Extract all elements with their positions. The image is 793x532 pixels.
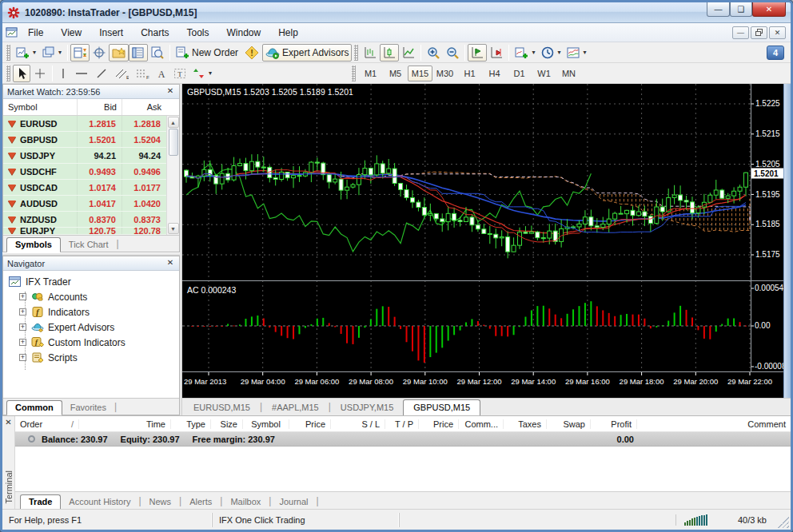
tree-root-ifx-trader[interactable]: IFX Trader (8, 274, 179, 289)
menu-view[interactable]: View (53, 26, 90, 40)
menu-charts[interactable]: Charts (133, 26, 177, 40)
column-size[interactable]: Size (211, 419, 243, 429)
menu-file[interactable]: File (20, 26, 51, 40)
menu-window[interactable]: Window (219, 26, 269, 40)
symbol-row-eurjpy[interactable]: EURJPY 120.75120.78 (3, 228, 166, 235)
tab-trade[interactable]: Trade (20, 494, 61, 510)
tab-favorites[interactable]: Favorites (62, 401, 114, 415)
column-price2[interactable]: Price (419, 419, 459, 429)
metaeditor-alert-button[interactable]: ! (241, 44, 262, 62)
navigator-toggle[interactable] (109, 44, 129, 62)
timeframe-w1[interactable]: W1 (532, 66, 556, 81)
symbol-row-usdcad[interactable]: USDCAD 1.01741.0177 (3, 180, 166, 196)
column-commission[interactable]: Comm... (459, 419, 504, 429)
balance-row[interactable]: Balance: 230.97 Equity: 230.97 Free marg… (15, 432, 791, 447)
cursor-button[interactable] (13, 65, 30, 82)
resize-grip[interactable] (778, 517, 789, 528)
tree-item-indicators[interactable]: + f Indicators (8, 304, 179, 320)
tree-item-custom-indicators[interactable]: + f Custom Indicators (8, 335, 179, 350)
auto-scroll-toggle[interactable] (468, 44, 487, 62)
symbol-row-audusd[interactable]: AUDUSD 1.04171.0420 (3, 196, 166, 212)
profiles-button[interactable]: ▾ (39, 44, 65, 62)
market-watch-close-icon[interactable]: ✕ (165, 87, 175, 97)
terminal-toggle[interactable] (129, 44, 148, 62)
timeframe-mn[interactable]: MN (556, 66, 581, 81)
tab-tick-chart[interactable]: Tick Chart (61, 238, 117, 252)
timeframe-h4[interactable]: H4 (482, 66, 507, 81)
indicators-button[interactable]: ▾ (512, 44, 538, 62)
menu-tools[interactable]: Tools (179, 26, 217, 40)
equidistant-channel-button[interactable]: E (111, 65, 132, 82)
column-time[interactable]: Time (79, 419, 171, 429)
line-chart-button[interactable] (399, 44, 418, 62)
periods-button[interactable]: ▾ (538, 44, 564, 62)
data-window-button[interactable] (90, 44, 109, 62)
expand-icon[interactable]: + (19, 308, 26, 316)
market-watch-scrollbar[interactable]: ▲ ▼ (166, 116, 179, 235)
toolbar-drag-handle[interactable] (6, 66, 10, 81)
bar-chart-button[interactable] (361, 44, 380, 62)
text-label-button[interactable]: T (170, 65, 189, 82)
tab-account-history[interactable]: Account History (61, 495, 138, 509)
new-chart-button[interactable]: ▾ (13, 44, 39, 62)
tree-item-expert-advisors[interactable]: + Expert Advisors (8, 320, 179, 335)
column-profit[interactable]: Profit (591, 419, 637, 429)
vertical-line-button[interactable] (55, 65, 71, 82)
column-tp[interactable]: T / P (385, 419, 419, 429)
expand-icon[interactable]: + (19, 293, 26, 300)
window-close-button[interactable]: ✕ (752, 2, 786, 17)
tab-journal[interactable]: Journal (271, 495, 316, 509)
timeframe-m30[interactable]: M30 (432, 66, 457, 81)
toolbar-drag-handle[interactable] (6, 45, 10, 61)
column-price[interactable]: Price (289, 419, 331, 429)
candlestick-chart-toggle[interactable] (380, 44, 399, 62)
window-maximize-button[interactable]: ❑ (730, 2, 752, 17)
symbol-row-usdjpy[interactable]: USDJPY 94.2194.24 (3, 148, 166, 164)
menu-help[interactable]: Help (270, 26, 306, 40)
navigator-close-icon[interactable]: ✕ (165, 259, 175, 268)
market-watch-toggle[interactable] (70, 44, 90, 62)
tab-symbols[interactable]: Symbols (6, 237, 61, 252)
column-comment[interactable]: Comment (637, 419, 791, 429)
timeframe-m1[interactable]: M1 (358, 66, 383, 81)
zoom-out-button[interactable] (443, 44, 462, 62)
column-header-symbol[interactable]: Symbol (3, 102, 77, 112)
column-order[interactable]: Order (20, 419, 42, 429)
window-minimize-button[interactable]: — (707, 2, 730, 17)
timeframe-m5[interactable]: M5 (383, 66, 408, 81)
column-symbol[interactable]: Symbol (243, 419, 289, 429)
tree-item-accounts[interactable]: + Accounts (8, 289, 179, 304)
toolbar-drag-handle[interactable] (354, 45, 358, 61)
symbol-row-usdchf[interactable]: USDCHF 0.94930.9496 (3, 164, 166, 180)
timeframe-d1[interactable]: D1 (507, 66, 532, 81)
chart-tab-usdjpy[interactable]: USDJPY,M15 (331, 400, 403, 415)
expert-advisors-toggle[interactable]: Expert Advisors (262, 44, 352, 62)
notifications-badge[interactable]: 4 (767, 46, 784, 60)
chart-close-button[interactable]: ✕ (769, 26, 786, 39)
column-header-ask[interactable]: Ask (122, 99, 166, 115)
expand-icon[interactable]: + (19, 339, 26, 346)
new-order-button[interactable]: New Order (173, 44, 241, 62)
column-header-bid[interactable]: Bid (77, 99, 122, 115)
timeframe-m15[interactable]: M15 (408, 66, 432, 81)
chart-tab-eurusd[interactable]: EURUSD,M15 (184, 400, 260, 415)
text-button[interactable]: A (153, 65, 170, 82)
templates-button[interactable]: ▾ (564, 44, 589, 62)
fibonacci-button[interactable]: F (132, 65, 153, 82)
tree-item-scripts[interactable]: + Scripts (8, 350, 179, 365)
chart-canvas[interactable]: 29 Mar 201329 Mar 04:0029 Mar 06:0029 Ma… (182, 84, 783, 398)
toolbar-drag-handle[interactable] (352, 66, 356, 81)
crosshair-button[interactable] (30, 65, 50, 82)
timeframe-h1[interactable]: H1 (457, 66, 482, 81)
tab-alerts[interactable]: Alerts (181, 495, 220, 509)
zoom-in-button[interactable] (424, 44, 443, 62)
scroll-down-icon[interactable]: ▼ (168, 223, 179, 234)
tab-common[interactable]: Common (6, 400, 62, 415)
column-sl[interactable]: S / L (331, 419, 385, 429)
symbol-row-nzdusd[interactable]: NZDUSD 0.83700.8373 (3, 212, 166, 228)
tab-mailbox[interactable]: Mailbox (222, 495, 269, 509)
chart-tab-gbpusd[interactable]: GBPUSD,M15 (403, 399, 480, 416)
symbol-row-eurusd[interactable]: EURUSD 1.28151.2818 (3, 116, 166, 132)
scrollbar-thumb[interactable] (169, 129, 178, 156)
expand-icon[interactable]: + (19, 354, 26, 361)
